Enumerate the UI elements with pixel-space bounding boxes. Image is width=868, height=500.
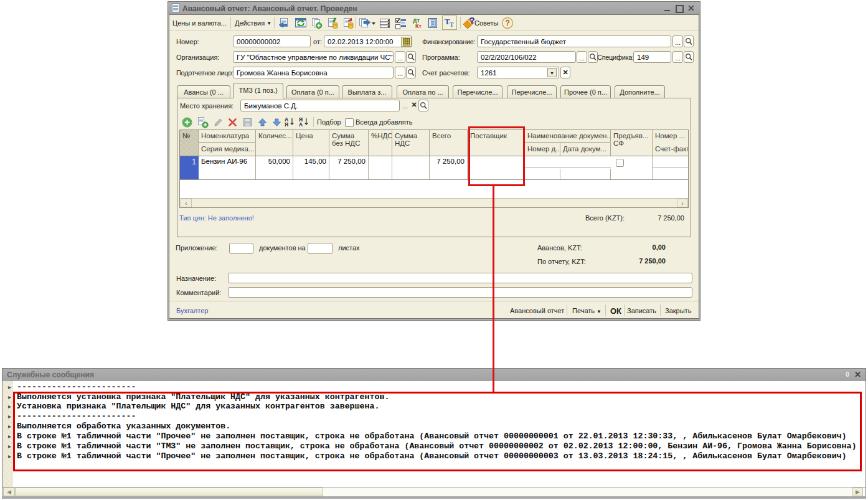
svg-text:А: А [299,121,303,128]
svg-text:Я: Я [285,121,288,128]
svg-text:?: ? [506,19,510,27]
svg-text:Кт: Кт [415,23,422,29]
svg-text:T: T [450,21,454,28]
